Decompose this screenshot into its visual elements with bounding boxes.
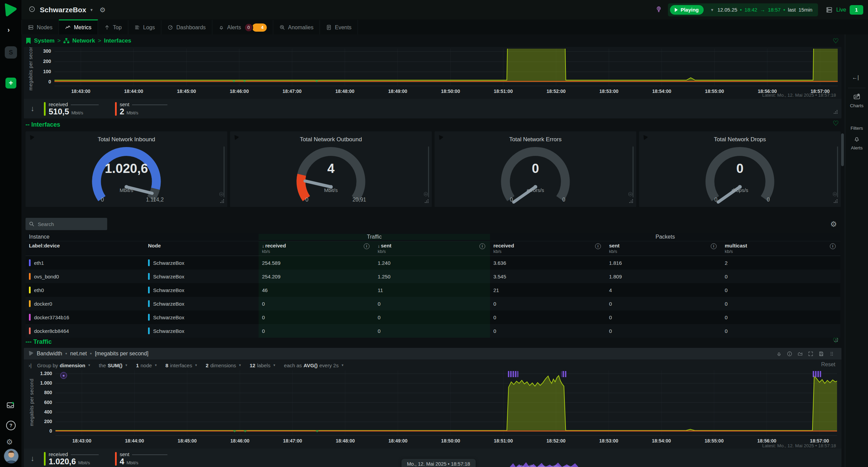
search-box [26, 218, 107, 230]
table-settings-gear-icon[interactable]: ⚙ [830, 220, 837, 229]
tab-dashboards[interactable]: Dashboards [161, 19, 212, 34]
timeframe-chevron-down-icon[interactable]: ▼ [710, 8, 714, 12]
collapse-rail-icon[interactable]: ←| [852, 75, 859, 81]
info-icon[interactable]: i [479, 243, 485, 249]
search-input[interactable] [37, 221, 100, 227]
toolbar-chip-avg[interactable]: each asAVG()every 2s▼ [284, 363, 344, 368]
traffic-chart-card[interactable]: Bandwidth • net.net • [megabits per seco… [24, 348, 841, 467]
section-interfaces-title: -- Interfaces [26, 121, 60, 128]
tab-events[interactable]: Events [320, 19, 358, 34]
x-tick: 18:46:00 [224, 438, 256, 444]
breadcrumb-network[interactable]: Network [72, 37, 95, 44]
tab-top[interactable]: Top [98, 19, 128, 34]
toolbar-chip-12[interactable]: 12labels▼ [250, 363, 276, 368]
resize-handle[interactable] [219, 198, 225, 205]
rail-item-alerts[interactable]: Alerts [845, 135, 868, 150]
add-space-button[interactable]: + [5, 78, 16, 88]
favorite-heart-icon[interactable]: ♡ [833, 336, 839, 344]
anomaly-rate-icon[interactable]: ◆ [60, 372, 67, 379]
cell-device: eth0 [26, 283, 145, 297]
bell-icon[interactable] [776, 351, 782, 357]
timeframe-panel[interactable]: Playing ▼ 12.05.25 • 18:42 → 18:57 • las… [668, 3, 818, 16]
inbox-icon[interactable] [6, 401, 15, 411]
tab-anomalies[interactable]: Anomalies [273, 19, 320, 34]
user-avatar[interactable] [4, 449, 19, 464]
toolbar-chip-8[interactable]: 8interfaces▼ [165, 363, 197, 368]
legend-sort-arrow-icon[interactable]: ↓ [31, 454, 34, 463]
netdata-logo-icon[interactable] [4, 2, 18, 18]
settings-gear-icon[interactable]: ⚙ [6, 438, 13, 447]
column-header-device[interactable]: Label:device [26, 241, 145, 256]
playing-button[interactable]: Playing [670, 5, 703, 15]
anomaly-marker [561, 371, 567, 377]
info-icon[interactable]: i [830, 243, 836, 249]
breadcrumb-system[interactable]: System [34, 37, 54, 44]
column-header-traffic_sent[interactable]: ↓sentkb/si [374, 241, 490, 256]
favorite-heart-icon[interactable]: ♡ [833, 37, 839, 45]
table-row-eth0[interactable]: eth0SchwarzeBox46112140 [26, 283, 840, 297]
column-header-node[interactable]: Node [145, 241, 259, 256]
logs-icon [134, 25, 140, 30]
x-tick: 18:55:00 [698, 88, 731, 94]
rail-item-charts[interactable]: Charts [845, 93, 868, 108]
drag-icon[interactable] [829, 351, 835, 357]
chart-toolbar: ›|Group bydimension▼theSUM()▼1node▼8inte… [29, 361, 344, 370]
help-icon[interactable]: ? [6, 421, 16, 430]
column-header-packets_received[interactable]: receivedkb/si [490, 241, 606, 256]
legend-dim-received[interactable]: received 510,5 Mbit/s [44, 101, 99, 116]
legend-sort-arrow-icon[interactable]: ↓ [31, 104, 34, 113]
table-row-eth1[interactable]: eth1SchwarzeBox254.5891.2403.6361.8162 [26, 256, 840, 270]
column-header-multicast[interactable]: multicastkb/si [721, 241, 840, 256]
legend-dim-received[interactable]: received 1.020,6 Mbit/s [44, 451, 99, 466]
legend-dim-sent[interactable]: sent 4 Mbit/s [115, 451, 167, 466]
cell-traffic_received: 0 [259, 324, 374, 338]
table-row-docker3734b16[interactable]: docker3734b16SchwarzeBox00000 [26, 310, 840, 324]
rail-item-filters[interactable]: Filters [845, 115, 868, 131]
cell-packets_received: 3.545 [490, 270, 606, 283]
space-tile[interactable]: S [5, 46, 17, 59]
toolbar-chip-dimension[interactable]: Group bydimension▼ [37, 363, 91, 368]
breadcrumb-interfaces[interactable]: Interfaces [104, 37, 131, 44]
chart-plot[interactable] [55, 370, 837, 436]
resize-handle[interactable] [833, 198, 838, 205]
tab-logs[interactable]: Logs [128, 19, 162, 34]
toolbar-chip-sum[interactable]: theSUM()▼ [99, 363, 128, 368]
info-icon[interactable]: i [711, 243, 717, 249]
expand-rail-icon[interactable]: › [7, 26, 10, 34]
table-row-docker0[interactable]: docker0SchwarzeBox00000 [26, 297, 840, 310]
live-node-count-badge[interactable]: 1 [850, 5, 863, 15]
space-settings-gear-icon[interactable]: ⚙ [99, 6, 105, 14]
column-header-packets_sent[interactable]: sentkb/si [606, 241, 721, 256]
lightbulb-icon[interactable] [655, 5, 662, 14]
resize-handle[interactable] [628, 198, 634, 205]
resize-handle[interactable] [833, 109, 838, 116]
x-tick: 18:54:00 [645, 438, 678, 444]
toolbar-chip-2[interactable]: 2dimensions▼ [206, 363, 242, 368]
chart-plot[interactable] [54, 49, 838, 86]
nodes-icon [28, 25, 34, 30]
table-row-docker8cb8464[interactable]: docker8cb8464SchwarzeBox00000 [26, 324, 840, 338]
expand-icon[interactable] [808, 351, 814, 357]
save-icon[interactable] [818, 351, 824, 357]
info-icon[interactable]: i [364, 243, 370, 249]
info-icon[interactable]: i [595, 243, 601, 249]
table-row-ovs_bond0[interactable]: ovs_bond0SchwarzeBox254.2091.2503.5451.8… [26, 270, 840, 283]
cell-multicast: 0 [721, 283, 840, 297]
legend-dim-sent[interactable]: sent 2 Mbit/s [115, 101, 167, 116]
resize-handle[interactable] [424, 198, 429, 205]
tab-metrics[interactable]: Metrics [59, 19, 98, 34]
space-title[interactable]: SchwarzeBox [40, 6, 86, 14]
y-tick: 200 [34, 59, 51, 64]
space-chevron-down-icon[interactable]: ▼ [90, 8, 94, 12]
favorite-heart-icon[interactable]: ♡ [833, 119, 839, 127]
reset-button[interactable]: Reset [821, 361, 835, 368]
info-icon[interactable] [787, 351, 792, 357]
cell-traffic_received: 46 [259, 283, 374, 297]
top-network-chart[interactable]: Latest: Mo., 12. Mai 2025 • 18:57:18 ↓ r… [24, 47, 841, 118]
column-header-traffic_received[interactable]: ↓receivedkb/si [259, 241, 374, 256]
tab-nodes[interactable]: Nodes [21, 19, 59, 34]
tab-alerts[interactable]: Alerts04 [212, 19, 273, 34]
scrollbar-thumb[interactable] [841, 133, 844, 166]
toolbar-chip-1[interactable]: 1node▼ [136, 363, 158, 368]
area-chart-icon[interactable] [797, 351, 803, 357]
